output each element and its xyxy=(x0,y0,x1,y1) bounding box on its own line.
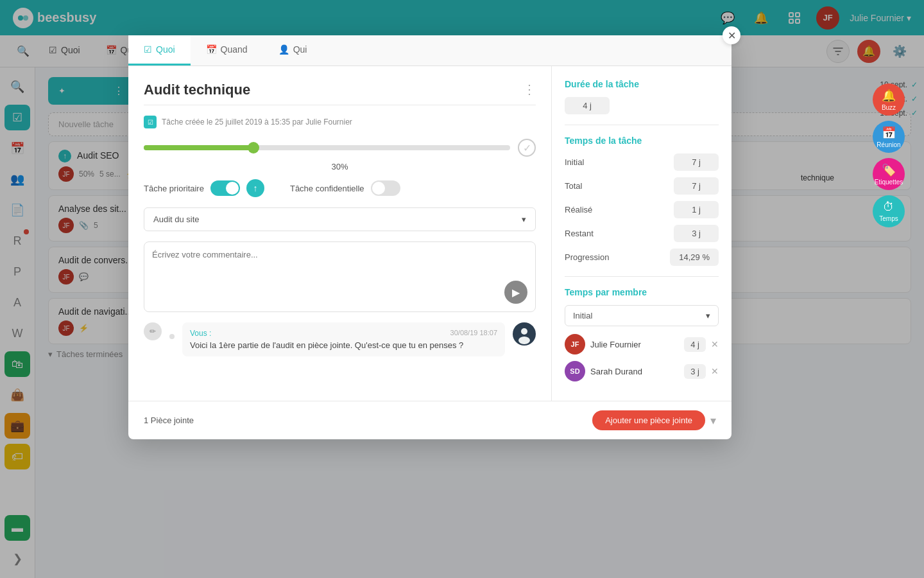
field-label-realise: Réalisé xyxy=(565,205,592,215)
member-row-sarah: SD Sarah Durand 3 j ✕ xyxy=(565,361,719,381)
comment-user-avatar xyxy=(513,322,536,346)
reunion-label: Réunion xyxy=(877,141,900,148)
modal-tab-qui[interactable]: 👤 Qui xyxy=(263,35,323,66)
progress-bar-container[interactable] xyxy=(144,145,510,150)
confidential-toggle[interactable] xyxy=(371,180,400,196)
tab-label-quoi: Quoi xyxy=(156,44,175,55)
modal-divider xyxy=(144,105,536,105)
side-action-reunion[interactable]: 📅 Réunion xyxy=(873,121,905,153)
toggle-knob xyxy=(226,182,239,195)
modal-footer: 1 Pièce jointe Ajouter une pièce jointe … xyxy=(128,401,732,439)
member-remove-julie[interactable]: ✕ xyxy=(711,339,719,349)
comment-box: ▶ xyxy=(144,241,536,312)
comment-textarea[interactable] xyxy=(152,250,527,301)
right-divider-1 xyxy=(565,125,719,125)
modal: ✕ ☑ Quoi 📅 Quand 👤 Qui Audit technique ⋮… xyxy=(128,35,732,439)
member-name-julie: Julie Fournier xyxy=(590,340,679,349)
comment-send-button[interactable]: ▶ xyxy=(504,281,527,304)
right-field-realise: Réalisé 1 j xyxy=(565,201,719,218)
progress-row: ✓ xyxy=(144,139,536,157)
field-value-realise: 1 j xyxy=(674,201,719,218)
field-label-initial: Initial xyxy=(565,157,584,167)
confidential-label: Tâche confidentielle xyxy=(290,184,364,193)
comment-author: Vous : xyxy=(190,329,211,338)
member-avatar-julie: JF xyxy=(565,334,585,355)
progress-handle[interactable] xyxy=(248,142,259,153)
progress-bar-fill xyxy=(144,145,253,150)
comment-text: Voici la 1ère partie de l'audit en pièce… xyxy=(190,340,497,350)
field-value-progression: 14,29 % xyxy=(670,249,719,266)
task-created-info: ☑ Tâche créée le 25 juillet 2019 à 15:35… xyxy=(144,116,536,128)
side-action-buzz[interactable]: 🔔 Buzz xyxy=(873,83,905,116)
progress-percent: 30% xyxy=(144,162,536,171)
member-type-dropdown[interactable]: Initial ▾ xyxy=(565,305,719,326)
member-name-sarah: Sarah Durand xyxy=(590,367,679,376)
tab-label-quand: Quand xyxy=(221,44,248,55)
attachment-count: 1 Pièce jointe xyxy=(144,416,194,425)
modal-title: Audit technique xyxy=(144,82,250,98)
etiquettes-icon: 🏷️ xyxy=(882,163,896,177)
right-field-initial: Initial 7 j xyxy=(565,153,719,171)
modal-right-panel: Durée de la tâche 4 j Temps de la tâche … xyxy=(552,66,732,401)
tab-icon-quoi: ☑ xyxy=(144,44,152,55)
priority-label: Tâche prioritaire xyxy=(144,184,204,193)
etiquettes-label: Etiquettes xyxy=(875,179,903,186)
tab-icon-qui: 👤 xyxy=(278,44,289,55)
comment-header: Vous : 30/08/19 18:07 xyxy=(190,329,497,338)
duree-value: 4 j xyxy=(565,97,610,114)
field-label-progression: Progression xyxy=(565,252,609,262)
side-actions: 🔔 Buzz 📅 Réunion 🏷️ Etiquettes ⏱ Temps xyxy=(873,83,905,227)
footer-chevron[interactable]: ▾ xyxy=(710,414,716,428)
member-time-julie: 4 j xyxy=(684,337,706,352)
task-created-icon: ☑ xyxy=(144,116,157,128)
duree-field: 4 j xyxy=(565,97,719,114)
footer-right: Ajouter une pièce jointe ▾ xyxy=(592,410,716,430)
member-row-julie: JF Julie Fournier 4 j ✕ xyxy=(565,334,719,355)
modal-left-panel: Audit technique ⋮ ☑ Tâche créée le 25 ju… xyxy=(128,66,552,401)
right-field-total: Total 7 j xyxy=(565,177,719,195)
modal-tabs: ☑ Quoi 📅 Quand 👤 Qui xyxy=(128,35,732,66)
comment-item-1: ✏ Vous : 30/08/19 18:07 Voici la 1ère pa… xyxy=(144,322,536,356)
modal-tab-quoi[interactable]: ☑ Quoi xyxy=(128,35,191,66)
svg-point-7 xyxy=(521,328,527,335)
more-options-icon[interactable]: ⋮ xyxy=(523,82,536,97)
modal-title-row: Audit technique ⋮ xyxy=(144,82,536,98)
temps-label: Temps xyxy=(879,215,898,222)
member-dropdown-value: Initial xyxy=(573,311,592,320)
field-label-restant: Restant xyxy=(565,229,594,238)
temps-section-title: Temps de la tâche xyxy=(565,136,719,146)
side-action-temps[interactable]: ⏱ Temps xyxy=(873,195,905,227)
member-time-sarah: 3 j xyxy=(684,364,706,379)
dropdown-value: Audit du site xyxy=(153,215,200,224)
field-value-restant: 3 j xyxy=(674,225,719,242)
svg-point-8 xyxy=(518,337,530,344)
field-label-total: Total xyxy=(565,181,582,191)
progress-check-button[interactable]: ✓ xyxy=(518,139,536,157)
close-button[interactable]: ✕ xyxy=(723,26,740,44)
confidential-knob xyxy=(372,182,385,195)
temps-par-membre-title: Temps par membre xyxy=(565,287,719,297)
add-attachment-button[interactable]: Ajouter une pièce jointe xyxy=(592,410,705,430)
modal-body: Audit technique ⋮ ☑ Tâche créée le 25 ju… xyxy=(128,66,732,401)
task-created-text: Tâche créée le 25 juillet 2019 à 15:35 p… xyxy=(162,118,352,127)
side-action-etiquettes[interactable]: 🏷️ Etiquettes xyxy=(873,158,905,190)
priority-toggle[interactable] xyxy=(210,180,240,196)
toggle-row: Tâche prioritaire ↑ Tâche confidentielle xyxy=(144,179,536,197)
buzz-icon: 🔔 xyxy=(882,89,896,103)
buzz-label: Buzz xyxy=(882,104,896,111)
confidential-toggle-item: Tâche confidentielle xyxy=(290,180,400,196)
member-avatar-sarah: SD xyxy=(565,361,585,381)
tab-icon-quand: 📅 xyxy=(206,44,217,55)
right-field-restant: Restant 3 j xyxy=(565,225,719,242)
right-field-progression: Progression 14,29 % xyxy=(565,249,719,266)
comment-content: Vous : 30/08/19 18:07 Voici la 1ère part… xyxy=(182,322,505,356)
member-remove-sarah[interactable]: ✕ xyxy=(711,366,719,376)
category-dropdown[interactable]: Audit du site ▾ xyxy=(144,207,536,231)
modal-tab-quand[interactable]: 📅 Quand xyxy=(191,35,263,66)
comment-dot xyxy=(169,334,175,339)
comment-edit-icon[interactable]: ✏ xyxy=(144,322,162,340)
dropdown-chevron: ▾ xyxy=(522,215,526,224)
right-divider-2 xyxy=(565,276,719,277)
field-value-total: 7 j xyxy=(674,177,719,195)
priority-toggle-item: Tâche prioritaire ↑ xyxy=(144,179,264,197)
